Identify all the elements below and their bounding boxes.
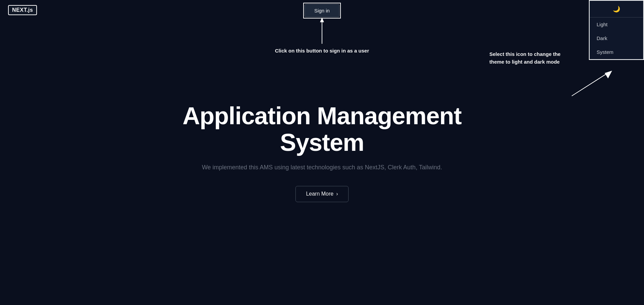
theme-annotation: Select this icon to change the theme to … [489,50,570,69]
hero-title: Application Management System [154,103,490,156]
svg-marker-3 [605,71,612,78]
chevron-right-icon: › [336,191,338,197]
navbar: NEXT.js [0,0,644,20]
learn-more-label: Learn More [306,191,333,197]
signin-annotation-text: Click on this button to sign in as a use… [275,47,369,54]
theme-option-system[interactable]: System [590,45,643,59]
signin-annotation: Click on this button to sign in as a use… [275,18,369,54]
logo: NEXT.js [8,5,37,15]
theme-arrow [568,69,619,99]
hero-section: Application Management System We impleme… [154,103,490,202]
hero-subtitle: We implemented this AMS using latest tec… [154,163,490,173]
svg-line-2 [572,72,609,96]
theme-dropdown: Light Dark System [590,18,643,59]
logo-text: NEXT.js [12,7,33,13]
theme-option-dark[interactable]: Dark [590,31,643,45]
signin-arrow [319,18,325,44]
theme-annotation-text: Select this icon to change the theme to … [489,50,570,66]
learn-more-button[interactable]: Learn More › [295,186,348,202]
